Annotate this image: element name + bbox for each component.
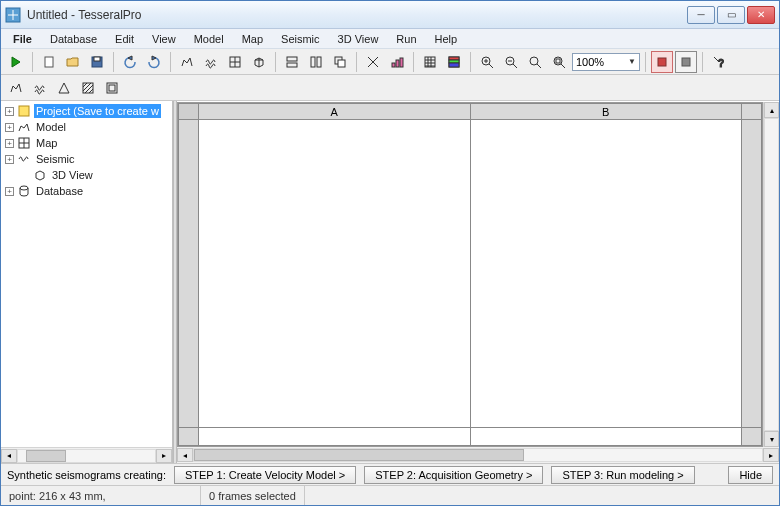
zoom-in-button[interactable]: [476, 51, 498, 73]
step-2-button[interactable]: STEP 2: Acquisition Geometry >: [364, 466, 543, 484]
menu-seismic[interactable]: Seismic: [273, 31, 328, 47]
hide-button[interactable]: Hide: [728, 466, 773, 484]
scroll-right-button[interactable]: ▸: [156, 449, 172, 463]
tree-item-map[interactable]: + Map: [3, 135, 172, 151]
cell-a2[interactable]: [199, 428, 471, 446]
menu-run[interactable]: Run: [388, 31, 424, 47]
palette-button[interactable]: [443, 51, 465, 73]
cascade-button[interactable]: [329, 51, 351, 73]
svg-rect-10: [338, 60, 345, 67]
record-button[interactable]: [651, 51, 673, 73]
grid-view-button[interactable]: [419, 51, 441, 73]
frame-grid[interactable]: A B: [177, 102, 763, 447]
maximize-button[interactable]: ▭: [717, 6, 745, 24]
menu-database[interactable]: Database: [42, 31, 105, 47]
separator: [470, 52, 471, 72]
scroll-down-button[interactable]: ▾: [764, 431, 779, 447]
scroll-track[interactable]: [193, 448, 763, 462]
zoom-out-button[interactable]: [500, 51, 522, 73]
cell-b1[interactable]: [470, 120, 742, 428]
menu-3dview[interactable]: 3D View: [330, 31, 387, 47]
grid-corner[interactable]: [179, 104, 199, 120]
menu-map[interactable]: Map: [234, 31, 271, 47]
row-header-1[interactable]: [179, 120, 199, 428]
mode-a-button[interactable]: [362, 51, 384, 73]
tool-hatch-button[interactable]: [77, 77, 99, 99]
svg-point-21: [530, 57, 538, 65]
tool-triangle-button[interactable]: [53, 77, 75, 99]
menu-help[interactable]: Help: [427, 31, 466, 47]
tool-model-button[interactable]: [5, 77, 27, 99]
scroll-left-button[interactable]: ◂: [1, 449, 17, 463]
menu-view[interactable]: View: [144, 31, 184, 47]
zoom-fit-button[interactable]: [524, 51, 546, 73]
tree-item-seismic[interactable]: + Seismic: [3, 151, 172, 167]
mode-b-button[interactable]: [386, 51, 408, 73]
tile-vertical-button[interactable]: [305, 51, 327, 73]
close-button[interactable]: ✕: [747, 6, 775, 24]
redo-button[interactable]: [143, 51, 165, 73]
3dview-icon: [33, 169, 47, 181]
tool-seismic-button[interactable]: [29, 77, 51, 99]
scroll-track[interactable]: [17, 449, 156, 463]
tree-hscrollbar[interactable]: ◂ ▸: [1, 447, 172, 463]
undo-button[interactable]: [119, 51, 141, 73]
grid-hscrollbar[interactable]: ◂ ▸: [177, 447, 779, 463]
svg-rect-8: [317, 57, 321, 67]
help-button[interactable]: ?: [708, 51, 730, 73]
step-3-button[interactable]: STEP 3: Run modeling >: [551, 466, 694, 484]
seismic-frame-button[interactable]: [200, 51, 222, 73]
scroll-left-button[interactable]: ◂: [177, 448, 193, 462]
svg-text:?: ?: [718, 58, 724, 69]
cell-b2[interactable]: [470, 428, 742, 446]
tree-item-project[interactable]: + Project (Save to create w: [3, 103, 172, 119]
tile-horizontal-button[interactable]: [281, 51, 303, 73]
tree-item-model[interactable]: + Model: [3, 119, 172, 135]
model-frame-button[interactable]: [176, 51, 198, 73]
scroll-right-button[interactable]: ▸: [763, 448, 779, 462]
3d-frame-button[interactable]: [248, 51, 270, 73]
grid-vscrollbar[interactable]: ▴ ▾: [763, 102, 779, 447]
step-1-button[interactable]: STEP 1: Create Velocity Model >: [174, 466, 356, 484]
minimize-button[interactable]: ─: [687, 6, 715, 24]
tool-frame-button[interactable]: [101, 77, 123, 99]
cell-a1[interactable]: [199, 120, 471, 428]
menu-edit[interactable]: Edit: [107, 31, 142, 47]
window-controls: ─ ▭ ✕: [687, 6, 775, 24]
zoom-page-button[interactable]: [548, 51, 570, 73]
model-icon: [17, 121, 31, 133]
tree-item-database[interactable]: + Database: [3, 183, 172, 199]
column-header-a[interactable]: A: [199, 104, 471, 120]
menu-file[interactable]: File: [5, 31, 40, 47]
scroll-thumb[interactable]: [194, 449, 524, 461]
separator: [645, 52, 646, 72]
separator: [702, 52, 703, 72]
scroll-up-button[interactable]: ▴: [764, 102, 779, 118]
cell-pad: [742, 120, 762, 428]
scroll-thumb[interactable]: [26, 450, 66, 462]
stop-button[interactable]: [675, 51, 697, 73]
expand-icon[interactable]: +: [5, 187, 14, 196]
window-title: Untitled - TesseralPro: [27, 8, 687, 22]
menu-model[interactable]: Model: [186, 31, 232, 47]
tree-label: Database: [34, 184, 85, 198]
title-bar: Untitled - TesseralPro ─ ▭ ✕: [1, 1, 779, 29]
scroll-track[interactable]: [764, 118, 779, 431]
row-header-2[interactable]: [179, 428, 199, 446]
expand-icon[interactable]: +: [5, 107, 14, 116]
zoom-combo[interactable]: 100%▼: [572, 53, 640, 71]
open-button[interactable]: [62, 51, 84, 73]
expand-icon[interactable]: +: [5, 155, 14, 164]
map-frame-button[interactable]: [224, 51, 246, 73]
project-tree[interactable]: + Project (Save to create w + Model + Ma…: [1, 101, 172, 447]
status-position: point: 216 x 43 mm,: [1, 486, 201, 505]
expand-icon[interactable]: +: [5, 123, 14, 132]
new-button[interactable]: [38, 51, 60, 73]
save-button[interactable]: [86, 51, 108, 73]
project-tree-pane: + Project (Save to create w + Model + Ma…: [1, 101, 173, 463]
svg-rect-13: [400, 58, 403, 67]
expand-icon[interactable]: +: [5, 139, 14, 148]
column-header-b[interactable]: B: [470, 104, 742, 120]
tree-item-3dview[interactable]: 3D View: [3, 167, 172, 183]
run-button[interactable]: [5, 51, 27, 73]
